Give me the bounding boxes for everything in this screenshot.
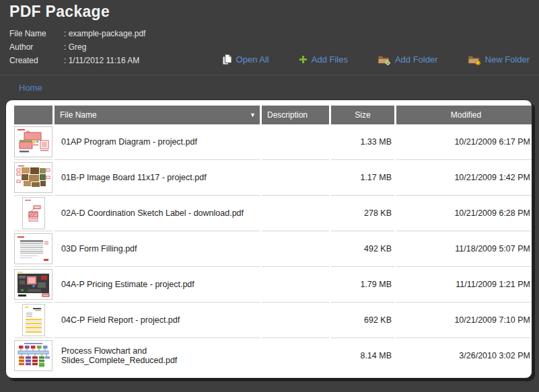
folder-new-icon — [468, 54, 481, 65]
open-all-label: Open All — [236, 54, 269, 65]
app-header: PDF Package File Name : example-package.… — [0, 0, 539, 67]
file-name-header-label: File Name — [60, 110, 97, 120]
file-size: 492 KB — [331, 231, 394, 267]
pdf-package-window: PDF Package File Name : example-package.… — [0, 0, 539, 392]
file-modified: 10/21/2009 6:28 PM — [396, 196, 532, 231]
breadcrumb-home-link[interactable]: Home — [19, 83, 42, 93]
add-files-label: Add Files — [312, 54, 348, 65]
file-modified: 11/18/2009 5:07 PM — [396, 231, 532, 267]
flowchart-thumbnail — [14, 340, 52, 371]
meta-value-created: : 1/11/2012 11:16 AM — [64, 56, 139, 65]
sort-dropdown-icon[interactable]: ▼ — [250, 112, 256, 118]
image-board-thumbnail — [14, 162, 52, 193]
column-header-thumbnail[interactable] — [14, 106, 52, 124]
file-name: 01B-P Image Board 11x17 - project.pdf — [55, 160, 260, 196]
add-files-button[interactable]: Add Files — [299, 54, 348, 65]
file-description — [262, 231, 329, 267]
field-report-thumbnail — [22, 304, 45, 336]
file-row[interactable]: 01AP Program Diagram - project.pdf 1.33 … — [14, 124, 532, 160]
file-size: 1.17 MB — [331, 160, 394, 196]
meta-label-file-name: File Name — [9, 29, 64, 38]
file-list-panel: File Name ▼ Description Size Modified — [5, 100, 532, 379]
sketch-label-thumbnail — [22, 197, 45, 229]
file-description — [262, 124, 329, 160]
file-name: 01AP Program Diagram - project.pdf — [55, 124, 260, 160]
file-size: 8.14 MB — [331, 338, 394, 373]
meta-label-author: Author — [9, 42, 64, 52]
file-modified: 10/21/2009 6:17 PM — [396, 124, 532, 160]
file-row[interactable]: 04A-P Pricing Estimate - project.pdf 1.7… — [14, 267, 532, 303]
file-description — [262, 160, 329, 196]
file-description — [262, 267, 329, 303]
page-title: PDF Package — [9, 3, 530, 21]
table-header-row: File Name ▼ Description Size Modified — [14, 106, 532, 124]
folder-plus-icon — [378, 54, 391, 65]
file-name: 02A-D Coordination Sketch Label - downlo… — [55, 196, 260, 231]
package-metadata: File Name : example-package.pdf Author :… — [9, 27, 145, 67]
form-document-thumbnail — [14, 233, 52, 264]
file-name: 03D Form Filling.pdf — [55, 231, 260, 267]
file-modified: 3/26/2010 3:02 PM — [396, 338, 532, 373]
file-modified: 10/21/2009 7:10 PM — [396, 303, 532, 338]
file-name: 04C-P Field Report - project.pdf — [55, 303, 260, 338]
new-folder-label: New Folder — [485, 54, 530, 65]
file-modified: 11/11/2009 1:21 PM — [396, 267, 532, 303]
file-row[interactable]: 02A-D Coordination Sketch Label - downlo… — [14, 196, 532, 231]
file-row[interactable]: 03D Form Filling.pdf 492 KB 11/18/2009 5… — [14, 231, 532, 267]
file-description — [262, 303, 329, 338]
file-size: 278 KB — [331, 196, 394, 231]
file-size: 1.79 MB — [331, 267, 394, 303]
file-name: 04A-P Pricing Estimate - project.pdf — [55, 267, 260, 303]
file-name: Process Flowchart and Slides_Complete_Re… — [55, 338, 260, 373]
add-folder-button[interactable]: Add Folder — [378, 54, 438, 65]
toolbar: Open All Add Files — [222, 54, 530, 67]
column-header-file-name[interactable]: File Name ▼ — [55, 106, 260, 124]
file-size: 1.33 MB — [331, 124, 394, 160]
meta-value-file-name: : example-package.pdf — [64, 29, 145, 38]
file-description — [262, 338, 329, 373]
meta-value-author: : Greg — [64, 42, 86, 52]
site-plan-thumbnail — [14, 269, 52, 300]
breadcrumb: Home — [0, 75, 539, 100]
column-header-size[interactable]: Size — [331, 106, 394, 124]
column-header-description[interactable]: Description — [262, 106, 329, 124]
file-row[interactable]: Process Flowchart and Slides_Complete_Re… — [14, 338, 532, 373]
new-folder-button[interactable]: New Folder — [468, 54, 530, 65]
file-table: File Name ▼ Description Size Modified — [12, 106, 532, 373]
file-row[interactable]: 01B-P Image Board 11x17 - project.pdf 1.… — [14, 160, 532, 196]
file-row[interactable]: 04C-P Field Report - project.pdf 692 KB … — [14, 303, 532, 338]
file-size: 692 KB — [331, 303, 394, 338]
file-description — [262, 196, 329, 231]
pages-icon — [222, 54, 232, 65]
meta-label-created: Created — [9, 56, 64, 65]
plus-icon — [299, 55, 308, 64]
file-modified: 10/21/2009 1:42 PM — [396, 160, 532, 196]
column-header-modified[interactable]: Modified — [396, 106, 532, 124]
add-folder-label: Add Folder — [395, 54, 438, 65]
open-all-button[interactable]: Open All — [222, 54, 269, 65]
floor-plan-thumbnail — [14, 126, 52, 157]
